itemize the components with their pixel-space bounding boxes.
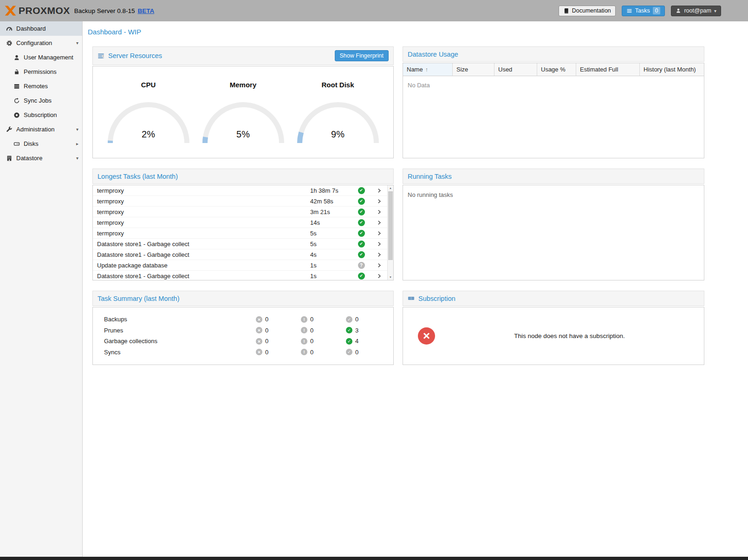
panel-title: Datastore Usage [408,51,458,58]
panel-title: Server Resources [108,52,162,59]
root-disk-gauge: Root Disk 9% [291,66,385,158]
sidebar-item-subscription[interactable]: Subscription [0,108,82,122]
task-row[interactable]: termproxy 14s [93,217,387,228]
proxmox-logo: PROXMOX [5,5,70,16]
server-resources-panel: Server Resources Show Fingerprint CPU 2%… [92,46,394,158]
error-circle-icon [256,316,262,323]
task-row[interactable]: termproxy 3m 21s [93,207,387,217]
gear-icon [6,39,13,46]
topbar-actions: Documentation Tasks 0 root@pam ▾ [559,6,721,16]
open-task-icon[interactable] [371,209,387,215]
proxmox-x-icon [5,6,16,16]
column-header-name[interactable]: Name ↑ [403,63,453,76]
open-task-icon[interactable] [371,230,387,236]
user-menu-button[interactable]: root@pam ▾ [671,6,721,16]
warning-count: 0 [310,349,313,356]
chevron-down-icon: ▾ [76,40,78,46]
panel-title: Longest Tasks (last Month) [98,173,178,180]
page-title: Dashboard - WIP [88,28,748,36]
chevron-down-icon: ▾ [76,156,78,161]
open-task-icon[interactable] [371,273,387,279]
task-summary-panel: Task Summary (last Month) Backups 0 0 0 … [92,291,394,365]
tasks-count-badge: 0 [653,7,661,14]
task-row[interactable]: Datastore store1 - Garbage collect 1s [93,271,387,280]
scroll-up-icon[interactable]: ▲ [388,185,393,191]
chevron-down-icon: ▾ [76,127,78,132]
warning-count: 0 [310,338,313,345]
ok-count: 0 [355,316,358,323]
server-icon [13,83,20,90]
open-task-icon[interactable] [371,198,387,204]
warning-circle-icon [301,338,307,345]
tachometer-icon [6,25,13,32]
scrollbar[interactable]: ▲ ▼ [387,185,393,280]
sidebar-item-datastore[interactable]: Datastore ▾ [0,151,82,165]
sort-asc-icon: ↑ [425,66,428,73]
wrench-icon [6,126,13,133]
task-status-icon [358,219,365,226]
beta-link[interactable]: BETA [137,7,154,14]
summary-row: Prunes 0 0 3 [93,325,393,336]
times-circle-icon [418,327,435,345]
panel-title: Task Summary (last Month) [98,295,179,302]
scroll-down-icon[interactable]: ▼ [388,274,393,280]
gauge-label: Memory [230,81,257,89]
memory-gauge: Memory 5% [196,66,291,158]
summary-row: Garbage collections 0 0 4 [93,336,393,347]
task-row[interactable]: termproxy 1h 38m 7s [93,185,387,196]
main-content: Dashboard - WIP Server Resources Show Fi… [83,21,748,557]
ok-count: 4 [355,338,358,345]
column-header-used[interactable]: Used [494,63,537,76]
column-header-usage-pct[interactable]: Usage % [537,63,576,76]
column-header-size[interactable]: Size [453,63,494,76]
task-status-icon [358,273,365,280]
task-status-icon [358,241,365,247]
sidebar: Dashboard Configuration ▾ User Managemen… [0,21,83,557]
sidebar-item-dashboard[interactable]: Dashboard [0,21,82,36]
chevron-down-icon: ▾ [714,8,716,13]
documentation-button[interactable]: Documentation [559,6,616,16]
open-task-icon[interactable] [371,241,387,247]
brand-text: PROXMOX [19,5,70,16]
product-version: Backup Server 0.8-15 [74,7,135,14]
open-task-icon[interactable] [371,220,387,226]
column-header-history[interactable]: History (last Month) [640,63,704,76]
panel-title: Subscription [418,295,455,302]
sidebar-item-sync-jobs[interactable]: Sync Jobs [0,93,82,108]
tasks-button[interactable]: Tasks 0 [622,6,665,16]
gauge-value: 5% [202,129,285,140]
task-status-icon [358,251,365,258]
sidebar-item-disks[interactable]: Disks ▸ [0,137,82,151]
sidebar-item-configuration[interactable]: Configuration ▾ [0,36,82,50]
sidebar-item-user-management[interactable]: User Management [0,50,82,65]
task-row[interactable]: termproxy 42m 58s [93,196,387,207]
refresh-icon [13,97,20,104]
subscription-message: This node does not have a subscription. [435,332,704,339]
open-task-icon[interactable] [371,252,387,258]
warning-circle-icon [301,327,307,333]
column-header-estimated-full[interactable]: Estimated Full [576,63,640,76]
task-row[interactable]: Update package database 1s [93,260,387,271]
sidebar-item-remotes[interactable]: Remotes [0,79,82,93]
error-circle-icon [256,338,262,345]
task-row[interactable]: Datastore store1 - Garbage collect 4s [93,249,387,260]
sidebar-item-permissions[interactable]: Permissions [0,65,82,79]
check-circle-icon [346,316,352,323]
open-task-icon[interactable] [371,262,387,268]
scrollbar-thumb[interactable] [388,191,393,260]
sidebar-item-administration[interactable]: Administration ▾ [0,122,82,137]
book-icon [563,8,569,14]
task-row[interactable]: termproxy 5s [93,228,387,239]
show-fingerprint-button[interactable]: Show Fingerprint [335,50,389,61]
warning-count: 0 [310,316,313,323]
user-icon [676,8,681,13]
task-status-icon [358,198,365,205]
task-row[interactable]: Datastore store1 - Garbage collect 5s [93,239,387,249]
summary-row: Syncs 0 0 0 [93,347,393,358]
open-task-icon[interactable] [371,188,387,194]
check-circle-icon [346,327,352,333]
gauge-label: CPU [141,81,156,89]
window-bottom-edge [0,557,748,560]
error-circle-icon [256,349,262,355]
subscription-panel: Subscription This node does not have a s… [403,291,704,365]
